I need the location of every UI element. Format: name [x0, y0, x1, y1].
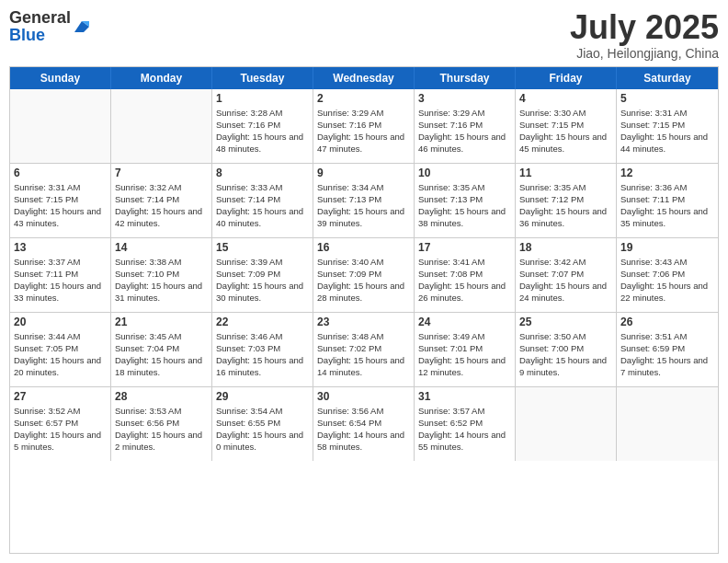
- day-number: 13: [14, 241, 107, 254]
- logo: General Blue: [9, 9, 91, 44]
- day-number: 10: [418, 167, 511, 179]
- day-number: 4: [519, 92, 612, 105]
- calendar-day-cell: 8Sunrise: 3:33 AM Sunset: 7:14 PM Daylig…: [212, 164, 313, 237]
- day-info: Sunrise: 3:35 AM Sunset: 7:13 PM Dayligh…: [418, 181, 511, 230]
- day-info: Sunrise: 3:54 AM Sunset: 6:55 PM Dayligh…: [216, 405, 309, 454]
- day-number: 19: [620, 241, 714, 254]
- day-info: Sunrise: 3:29 AM Sunset: 7:16 PM Dayligh…: [317, 107, 410, 155]
- day-info: Sunrise: 3:49 AM Sunset: 7:01 PM Dayligh…: [418, 330, 511, 379]
- calendar-day-cell: 26Sunrise: 3:51 AM Sunset: 6:59 PM Dayli…: [617, 313, 718, 386]
- day-number: 11: [519, 167, 612, 179]
- day-number: 6: [14, 167, 107, 179]
- calendar-empty-cell: [111, 89, 212, 163]
- day-info: Sunrise: 3:48 AM Sunset: 7:02 PM Dayligh…: [317, 330, 410, 379]
- calendar: SundayMondayTuesdayWednesdayThursdayFrid…: [9, 66, 719, 554]
- day-info: Sunrise: 3:37 AM Sunset: 7:11 PM Dayligh…: [14, 256, 107, 304]
- day-info: Sunrise: 3:53 AM Sunset: 6:56 PM Dayligh…: [115, 405, 208, 454]
- day-info: Sunrise: 3:46 AM Sunset: 7:03 PM Dayligh…: [216, 330, 309, 379]
- calendar-day-cell: 13Sunrise: 3:37 AM Sunset: 7:11 PM Dayli…: [10, 238, 111, 312]
- calendar-header-cell: Sunday: [10, 67, 111, 89]
- day-number: 23: [317, 316, 410, 328]
- day-info: Sunrise: 3:28 AM Sunset: 7:16 PM Dayligh…: [216, 107, 309, 155]
- day-info: Sunrise: 3:32 AM Sunset: 7:14 PM Dayligh…: [115, 181, 208, 230]
- day-number: 21: [115, 316, 208, 328]
- day-info: Sunrise: 3:57 AM Sunset: 6:52 PM Dayligh…: [418, 405, 511, 454]
- day-info: Sunrise: 3:42 AM Sunset: 7:07 PM Dayligh…: [519, 256, 612, 304]
- calendar-day-cell: 14Sunrise: 3:38 AM Sunset: 7:10 PM Dayli…: [111, 238, 212, 312]
- day-info: Sunrise: 3:56 AM Sunset: 6:54 PM Dayligh…: [317, 405, 410, 454]
- day-number: 18: [519, 241, 612, 254]
- calendar-day-cell: 15Sunrise: 3:39 AM Sunset: 7:09 PM Dayli…: [212, 238, 313, 312]
- day-number: 20: [14, 316, 107, 328]
- calendar-day-cell: 18Sunrise: 3:42 AM Sunset: 7:07 PM Dayli…: [516, 238, 617, 312]
- calendar-day-cell: 17Sunrise: 3:41 AM Sunset: 7:08 PM Dayli…: [415, 238, 516, 312]
- calendar-day-cell: 31Sunrise: 3:57 AM Sunset: 6:52 PM Dayli…: [415, 387, 516, 461]
- calendar-row: 13Sunrise: 3:37 AM Sunset: 7:11 PM Dayli…: [10, 238, 718, 313]
- day-info: Sunrise: 3:29 AM Sunset: 7:16 PM Dayligh…: [418, 107, 511, 155]
- day-info: Sunrise: 3:31 AM Sunset: 7:15 PM Dayligh…: [14, 181, 107, 230]
- day-info: Sunrise: 3:51 AM Sunset: 6:59 PM Dayligh…: [620, 330, 714, 379]
- logo-icon: [73, 17, 91, 36]
- day-info: Sunrise: 3:44 AM Sunset: 7:05 PM Dayligh…: [14, 330, 107, 379]
- calendar-row: 27Sunrise: 3:52 AM Sunset: 6:57 PM Dayli…: [10, 387, 718, 461]
- calendar-day-cell: 3Sunrise: 3:29 AM Sunset: 7:16 PM Daylig…: [415, 89, 516, 163]
- calendar-day-cell: 10Sunrise: 3:35 AM Sunset: 7:13 PM Dayli…: [415, 164, 516, 237]
- day-number: 16: [317, 241, 410, 254]
- day-info: Sunrise: 3:33 AM Sunset: 7:14 PM Dayligh…: [216, 181, 309, 230]
- logo-general: General: [9, 8, 71, 27]
- calendar-day-cell: 22Sunrise: 3:46 AM Sunset: 7:03 PM Dayli…: [212, 313, 313, 386]
- day-number: 31: [418, 390, 511, 403]
- day-number: 28: [115, 390, 208, 403]
- calendar-row: 20Sunrise: 3:44 AM Sunset: 7:05 PM Dayli…: [10, 313, 718, 387]
- calendar-day-cell: 9Sunrise: 3:34 AM Sunset: 7:13 PM Daylig…: [313, 164, 415, 237]
- day-number: 14: [115, 241, 208, 254]
- calendar-day-cell: 20Sunrise: 3:44 AM Sunset: 7:05 PM Dayli…: [10, 313, 111, 386]
- day-number: 9: [317, 167, 410, 179]
- day-info: Sunrise: 3:36 AM Sunset: 7:11 PM Dayligh…: [620, 181, 714, 230]
- day-info: Sunrise: 3:41 AM Sunset: 7:08 PM Dayligh…: [418, 256, 511, 304]
- calendar-day-cell: 28Sunrise: 3:53 AM Sunset: 6:56 PM Dayli…: [111, 387, 212, 461]
- day-number: 24: [418, 316, 511, 328]
- day-info: Sunrise: 3:40 AM Sunset: 7:09 PM Dayligh…: [317, 256, 410, 304]
- day-number: 1: [216, 92, 309, 105]
- calendar-header-cell: Friday: [516, 67, 617, 89]
- calendar-day-cell: 30Sunrise: 3:56 AM Sunset: 6:54 PM Dayli…: [313, 387, 415, 461]
- calendar-day-cell: 27Sunrise: 3:52 AM Sunset: 6:57 PM Dayli…: [10, 387, 111, 461]
- day-number: 12: [620, 167, 714, 179]
- calendar-row: 1Sunrise: 3:28 AM Sunset: 7:16 PM Daylig…: [10, 89, 718, 164]
- day-number: 5: [620, 92, 714, 105]
- day-number: 7: [115, 167, 208, 179]
- calendar-header-cell: Tuesday: [212, 67, 313, 89]
- day-number: 26: [620, 316, 714, 328]
- day-number: 30: [317, 390, 410, 403]
- calendar-day-cell: 11Sunrise: 3:35 AM Sunset: 7:12 PM Dayli…: [516, 164, 617, 237]
- day-info: Sunrise: 3:31 AM Sunset: 7:15 PM Dayligh…: [620, 107, 714, 155]
- calendar-header-cell: Saturday: [617, 67, 718, 89]
- calendar-header-cell: Monday: [111, 67, 212, 89]
- calendar-header-cell: Thursday: [415, 67, 516, 89]
- day-info: Sunrise: 3:35 AM Sunset: 7:12 PM Dayligh…: [519, 181, 612, 230]
- page: General Blue July 2025 Jiao, Heilongjian…: [0, 0, 728, 563]
- calendar-day-cell: 19Sunrise: 3:43 AM Sunset: 7:06 PM Dayli…: [617, 238, 718, 312]
- day-number: 29: [216, 390, 309, 403]
- day-info: Sunrise: 3:38 AM Sunset: 7:10 PM Dayligh…: [115, 256, 208, 304]
- calendar-day-cell: 25Sunrise: 3:50 AM Sunset: 7:00 PM Dayli…: [516, 313, 617, 386]
- title-block: July 2025 Jiao, Heilongjiang, China: [570, 9, 719, 61]
- calendar-header-cell: Wednesday: [313, 67, 415, 89]
- calendar-day-cell: 4Sunrise: 3:30 AM Sunset: 7:15 PM Daylig…: [516, 89, 617, 163]
- calendar-day-cell: 12Sunrise: 3:36 AM Sunset: 7:11 PM Dayli…: [617, 164, 718, 237]
- calendar-day-cell: 6Sunrise: 3:31 AM Sunset: 7:15 PM Daylig…: [10, 164, 111, 237]
- calendar-header: SundayMondayTuesdayWednesdayThursdayFrid…: [10, 67, 718, 89]
- day-info: Sunrise: 3:30 AM Sunset: 7:15 PM Dayligh…: [519, 107, 612, 155]
- day-info: Sunrise: 3:45 AM Sunset: 7:04 PM Dayligh…: [115, 330, 208, 379]
- calendar-row: 6Sunrise: 3:31 AM Sunset: 7:15 PM Daylig…: [10, 164, 718, 238]
- calendar-day-cell: 21Sunrise: 3:45 AM Sunset: 7:04 PM Dayli…: [111, 313, 212, 386]
- calendar-day-cell: 1Sunrise: 3:28 AM Sunset: 7:16 PM Daylig…: [212, 89, 313, 163]
- calendar-day-cell: 16Sunrise: 3:40 AM Sunset: 7:09 PM Dayli…: [313, 238, 415, 312]
- day-number: 15: [216, 241, 309, 254]
- main-title: July 2025: [570, 9, 719, 46]
- day-number: 3: [418, 92, 511, 105]
- calendar-empty-cell: [516, 387, 617, 461]
- day-number: 2: [317, 92, 410, 105]
- day-info: Sunrise: 3:52 AM Sunset: 6:57 PM Dayligh…: [14, 405, 107, 454]
